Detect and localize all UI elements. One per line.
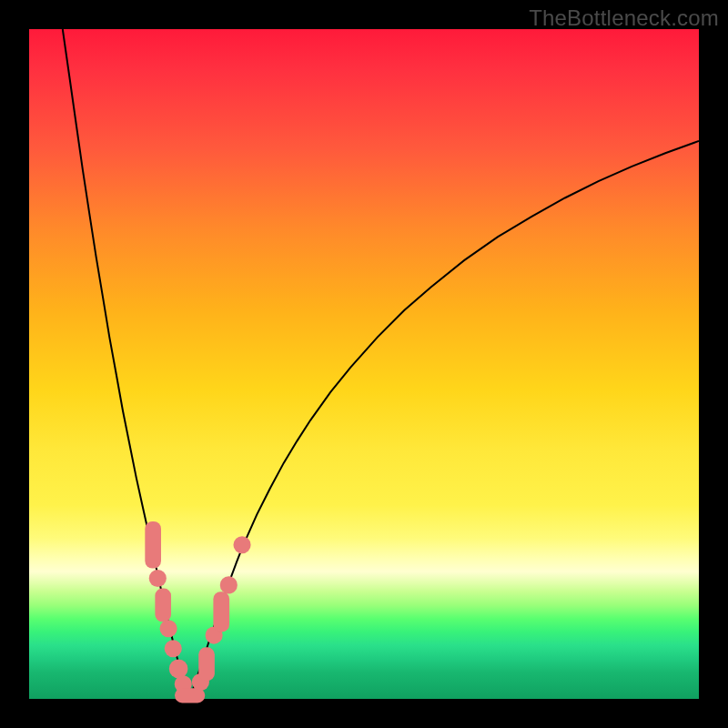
curve-layer [29,29,699,699]
curve-marker [160,620,177,637]
curve-marker [165,640,182,657]
curve-marker [198,647,215,681]
curve-marker [149,570,167,587]
curve-marker [145,521,161,569]
curve-marker [233,536,250,553]
curve-marker [155,589,171,622]
plot-area [29,29,699,699]
marker-group [145,521,250,703]
watermark-text: TheBottleneck.com [529,5,719,31]
curve-marker [220,576,238,593]
curve-marker [169,660,188,679]
right-branch-curve [190,141,699,699]
chart-frame: TheBottleneck.com [0,0,728,728]
curve-marker [213,592,229,632]
